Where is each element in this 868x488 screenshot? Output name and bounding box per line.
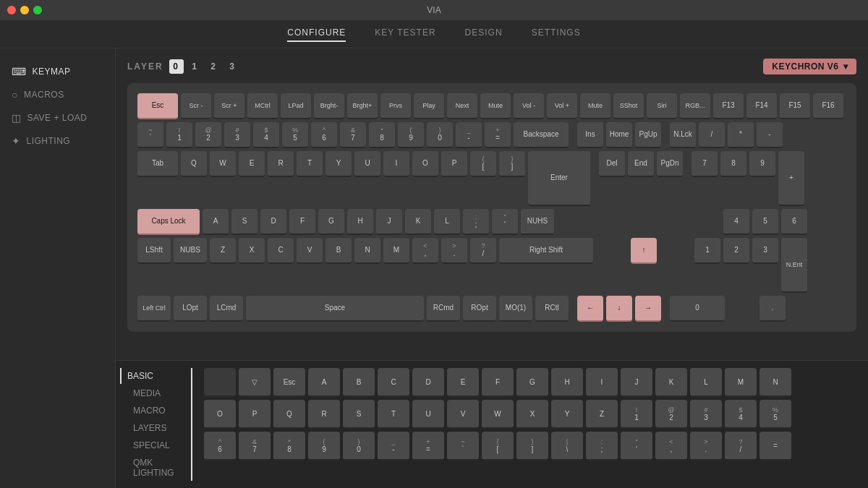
- picker-key-tilde[interactable]: ~`: [447, 432, 479, 461]
- key-3[interactable]: #3: [224, 122, 250, 148]
- picker-cat-layers[interactable]: LAYERS: [127, 420, 185, 436]
- key-npent[interactable]: N.Ent: [781, 238, 807, 293]
- key-nuhs[interactable]: NUHS: [521, 209, 554, 235]
- picker-key-f[interactable]: F: [482, 368, 514, 397]
- key-np8[interactable]: 8: [720, 151, 746, 177]
- key-minus[interactable]: _-: [456, 122, 482, 148]
- key-2[interactable]: @2: [195, 122, 221, 148]
- key-nubs[interactable]: NUBS: [174, 238, 207, 264]
- picker-key-hash[interactable]: #3: [690, 400, 722, 429]
- layer-3[interactable]: 3: [226, 59, 240, 74]
- picker-key-eq2[interactable]: =: [760, 432, 791, 461]
- key-np-slash[interactable]: /: [699, 122, 725, 148]
- key-e[interactable]: E: [239, 151, 265, 177]
- picker-cat-basic[interactable]: BASIC: [120, 368, 185, 384]
- key-lshift[interactable]: LShft: [137, 238, 171, 264]
- key-sshot[interactable]: SShot: [613, 93, 644, 119]
- picker-key-n[interactable]: N: [760, 368, 791, 397]
- picker-key-j[interactable]: J: [621, 368, 652, 397]
- picker-key-esc[interactable]: Esc: [273, 368, 305, 397]
- key-w[interactable]: W: [210, 151, 236, 177]
- sidebar-item-macros[interactable]: ○ MACROS: [0, 83, 115, 106]
- key-vol-plus[interactable]: Vol +: [547, 93, 577, 119]
- picker-key-p[interactable]: P: [239, 400, 271, 429]
- key-equals[interactable]: +=: [485, 122, 511, 148]
- key-np9[interactable]: 9: [749, 151, 775, 177]
- key-semicolon[interactable]: :;: [463, 209, 489, 235]
- picker-cat-special[interactable]: SPECIAL: [127, 437, 185, 453]
- key-7[interactable]: &7: [340, 122, 366, 148]
- picker-key-v[interactable]: V: [447, 400, 479, 429]
- picker-key-o[interactable]: O: [204, 400, 236, 429]
- key-j[interactable]: J: [376, 209, 402, 235]
- key-np2[interactable]: 2: [723, 238, 749, 264]
- sidebar-item-lighting[interactable]: ✦ LIGHTING: [0, 129, 115, 153]
- key-rshift[interactable]: Right Shift: [499, 238, 593, 264]
- picker-key-under[interactable]: _-: [378, 432, 409, 461]
- picker-key-plus[interactable]: +=: [412, 432, 444, 461]
- key-up[interactable]: ↑: [631, 238, 657, 264]
- picker-key-l[interactable]: L: [690, 368, 722, 397]
- picker-key-u[interactable]: U: [412, 400, 444, 429]
- key-brght-minus[interactable]: Brght-: [314, 93, 344, 119]
- sidebar-item-keymap[interactable]: ⌨ KEYMAP: [0, 60, 115, 83]
- key-np6[interactable]: 6: [781, 209, 807, 235]
- key-backspace[interactable]: Backspace: [514, 122, 569, 148]
- key-x[interactable]: X: [239, 238, 265, 264]
- picker-key-y[interactable]: Y: [551, 400, 583, 429]
- key-lopt[interactable]: LOpt: [174, 296, 207, 322]
- picker-key-k[interactable]: K: [655, 368, 687, 397]
- key-8[interactable]: *8: [369, 122, 395, 148]
- picker-key-w[interactable]: W: [482, 400, 514, 429]
- picker-key-dollar[interactable]: $4: [725, 400, 757, 429]
- key-rbracket[interactable]: }]: [499, 151, 525, 177]
- key-ropt[interactable]: ROpt: [463, 296, 496, 322]
- picker-cat-qmk[interactable]: QMK LIGHTING: [127, 455, 185, 481]
- picker-key-gt[interactable]: >.: [690, 432, 722, 461]
- key-f15[interactable]: F15: [780, 93, 810, 119]
- key-4[interactable]: $4: [253, 122, 279, 148]
- key-nlck[interactable]: N.Lck: [670, 122, 696, 148]
- key-np0[interactable]: 0: [670, 296, 725, 322]
- key-np7[interactable]: 7: [692, 151, 718, 177]
- picker-key-excl[interactable]: !1: [621, 400, 652, 429]
- picker-key-lt[interactable]: <,: [655, 432, 687, 461]
- key-rcmd[interactable]: RCmd: [427, 296, 460, 322]
- key-9[interactable]: (9: [398, 122, 424, 148]
- key-scr-minus[interactable]: Scr -: [181, 93, 211, 119]
- picker-key-colon[interactable]: :;: [586, 432, 618, 461]
- picker-key-caret[interactable]: ^6: [204, 432, 236, 461]
- key-del[interactable]: Del: [599, 151, 625, 177]
- key-np4[interactable]: 4: [723, 209, 749, 235]
- key-q[interactable]: Q: [181, 151, 207, 177]
- picker-key-lparen[interactable]: (9: [308, 432, 340, 461]
- key-capslock[interactable]: Caps Lock: [137, 209, 200, 235]
- key-s[interactable]: S: [231, 209, 258, 235]
- key-h[interactable]: H: [347, 209, 373, 235]
- tab-design[interactable]: DESIGN: [465, 27, 503, 42]
- key-siri[interactable]: Siri: [647, 93, 677, 119]
- picker-key-t[interactable]: T: [378, 400, 409, 429]
- picker-key-a[interactable]: A: [308, 368, 340, 397]
- key-b[interactable]: B: [326, 238, 352, 264]
- picker-key-triangle[interactable]: ▽: [239, 368, 271, 397]
- key-np-minus[interactable]: -: [757, 122, 783, 148]
- key-enter[interactable]: Enter: [528, 151, 590, 206]
- picker-key-x[interactable]: X: [516, 400, 548, 429]
- picker-cat-macro[interactable]: MACRO: [127, 403, 185, 419]
- picker-key-pipe[interactable]: |\: [551, 432, 583, 461]
- key-np-plus[interactable]: +: [778, 151, 804, 206]
- key-i[interactable]: I: [383, 151, 409, 177]
- key-v[interactable]: V: [297, 238, 323, 264]
- layer-0[interactable]: 0: [169, 59, 184, 74]
- key-f16[interactable]: F16: [813, 93, 843, 119]
- key-d[interactable]: D: [260, 209, 286, 235]
- key-k[interactable]: K: [405, 209, 431, 235]
- picker-key-m[interactable]: M: [725, 368, 757, 397]
- key-period[interactable]: >.: [441, 238, 467, 264]
- picker-key-lbrace[interactable]: {[: [482, 432, 514, 461]
- key-a[interactable]: A: [203, 209, 229, 235]
- keyboard-name-button[interactable]: KEYCHRON V6 ▾: [763, 59, 856, 74]
- picker-cat-media[interactable]: MEDIA: [127, 385, 185, 401]
- picker-key-i[interactable]: I: [586, 368, 618, 397]
